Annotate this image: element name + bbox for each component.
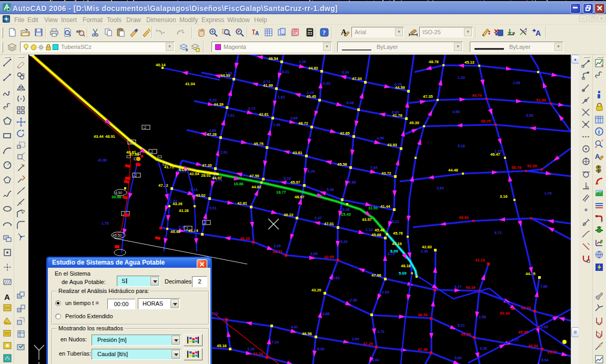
svg-text:42.81: 42.81 — [237, 201, 247, 206]
svg-text:4.70: 4.70 — [377, 330, 385, 333]
svg-text:47.19: 47.19 — [392, 241, 402, 246]
svg-text:43.26: 43.26 — [173, 201, 183, 206]
svg-text:6.29: 6.29 — [395, 83, 402, 86]
svg-text:4.86: 4.86 — [322, 312, 330, 316]
svg-text:48.78: 48.78 — [429, 59, 439, 64]
svg-text:5.54: 5.54 — [541, 358, 549, 362]
svg-text:39.86: 39.86 — [112, 195, 122, 199]
svg-text:45.56: 45.56 — [337, 162, 347, 167]
svg-text:40.34: 40.34 — [528, 343, 539, 348]
svg-text:5.36: 5.36 — [327, 188, 334, 191]
svg-text:3.84: 3.84 — [290, 116, 298, 120]
svg-text:7.34: 7.34 — [271, 340, 279, 344]
svg-text:7.44: 7.44 — [370, 166, 378, 169]
svg-text:4-50: 4-50 — [115, 191, 122, 195]
svg-text:47.29: 47.29 — [363, 341, 373, 346]
svg-text:60.04: 60.04 — [500, 311, 510, 316]
svg-text:45.45: 45.45 — [170, 229, 180, 234]
svg-text:40.16: 40.16 — [466, 285, 476, 290]
svg-text:41.70: 41.70 — [521, 306, 531, 310]
svg-text:44.39: 44.39 — [214, 102, 224, 107]
svg-text:5.60: 5.60 — [454, 356, 462, 360]
svg-text:1.78: 1.78 — [102, 221, 109, 225]
svg-text:51.89: 51.89 — [536, 98, 546, 103]
svg-text:2.26: 2.26 — [299, 60, 306, 64]
svg-text:45.45: 45.45 — [518, 330, 528, 335]
svg-text:43.72: 43.72 — [381, 171, 391, 176]
svg-text:2.08: 2.08 — [513, 81, 520, 85]
svg-text:44.48: 44.48 — [448, 168, 458, 173]
svg-text:1.62: 1.62 — [278, 95, 285, 99]
svg-text:44.07: 44.07 — [212, 176, 222, 180]
svg-text:42.83: 42.83 — [422, 245, 432, 249]
svg-text:47.60: 47.60 — [129, 152, 139, 157]
svg-text:47.12: 47.12 — [158, 183, 168, 188]
svg-text:16.88: 16.88 — [234, 181, 244, 186]
svg-text:46.58: 46.58 — [302, 331, 312, 336]
svg-text:47.34: 47.34 — [352, 76, 362, 81]
svg-text:6.83: 6.83 — [392, 110, 399, 114]
svg-text:7.91: 7.91 — [227, 114, 235, 117]
svg-text:3.84: 3.84 — [437, 186, 444, 190]
svg-text:4.98: 4.98 — [452, 110, 460, 114]
svg-text:28.01: 28.01 — [201, 173, 211, 178]
svg-text:47.59: 47.59 — [249, 174, 259, 178]
svg-text:41.13: 41.13 — [475, 258, 485, 262]
svg-text:48.84: 48.84 — [459, 215, 469, 220]
svg-text:49.74: 49.74 — [472, 93, 482, 98]
svg-text:8.30: 8.30 — [317, 347, 325, 351]
svg-text:5.29: 5.29 — [340, 240, 348, 244]
svg-text:41.04: 41.04 — [185, 82, 196, 86]
svg-text:8.14: 8.14 — [190, 188, 198, 191]
svg-text:7.86: 7.86 — [225, 72, 233, 75]
svg-text:8.21: 8.21 — [458, 323, 465, 327]
svg-text:3.16: 3.16 — [500, 194, 508, 199]
svg-text:48.20: 48.20 — [461, 332, 471, 337]
svg-text:5.09: 5.09 — [399, 271, 407, 276]
svg-text:0.38: 0.38 — [342, 208, 350, 211]
svg-text:4.55: 4.55 — [209, 129, 216, 133]
svg-text:41.14: 41.14 — [253, 351, 264, 356]
svg-text:43.02: 43.02 — [196, 193, 206, 198]
svg-text:A: A — [536, 29, 541, 37]
svg-text:44.82: 44.82 — [308, 66, 318, 70]
svg-text:42.04: 42.04 — [189, 171, 200, 176]
svg-text:45.13: 45.13 — [464, 60, 474, 65]
svg-text:6.77: 6.77 — [454, 285, 462, 289]
svg-text:42.61: 42.61 — [259, 112, 269, 117]
svg-text:?: ? — [322, 29, 326, 36]
svg-text:47.35: 47.35 — [423, 94, 433, 99]
svg-text:41.80: 41.80 — [98, 158, 107, 162]
svg-text:15.43: 15.43 — [341, 212, 351, 217]
svg-text:43.20: 43.20 — [311, 288, 321, 292]
svg-text:-2: -2 — [150, 150, 153, 154]
svg-text:1.43: 1.43 — [458, 76, 465, 79]
svg-text:47.49: 47.49 — [418, 347, 428, 352]
svg-text:A: A — [4, 292, 10, 301]
svg-text:2.36: 2.36 — [350, 298, 357, 302]
svg-text:48.91: 48.91 — [105, 134, 115, 139]
svg-text:43.61: 43.61 — [292, 150, 302, 155]
svg-text:A: A — [255, 31, 259, 36]
svg-text:2.91: 2.91 — [220, 150, 228, 154]
svg-text:1.76: 1.76 — [544, 191, 552, 195]
svg-text:5.78: 5.78 — [284, 177, 291, 180]
svg-text:52.89: 52.89 — [527, 164, 537, 168]
svg-text:-2: -2 — [143, 126, 146, 129]
svg-text:41.99: 41.99 — [263, 83, 273, 88]
svg-text:2.47: 2.47 — [315, 216, 322, 220]
svg-text:4.81: 4.81 — [291, 325, 298, 329]
svg-text:49.75: 49.75 — [481, 119, 491, 124]
svg-text:7.86: 7.86 — [540, 285, 548, 288]
svg-text:49.39: 49.39 — [409, 120, 419, 125]
svg-text:40.14: 40.14 — [156, 63, 166, 67]
svg-text:43.72: 43.72 — [272, 249, 282, 254]
svg-text:-2: -2 — [185, 227, 188, 230]
svg-text:45.07: 45.07 — [290, 180, 300, 185]
svg-text:1.12: 1.12 — [366, 228, 373, 231]
svg-text:3.74: 3.74 — [263, 80, 270, 84]
svg-text:6.21: 6.21 — [282, 70, 289, 74]
svg-text:47.01: 47.01 — [324, 221, 334, 226]
svg-text:4.96: 4.96 — [377, 136, 384, 140]
svg-text:55.07: 55.07 — [547, 350, 557, 355]
